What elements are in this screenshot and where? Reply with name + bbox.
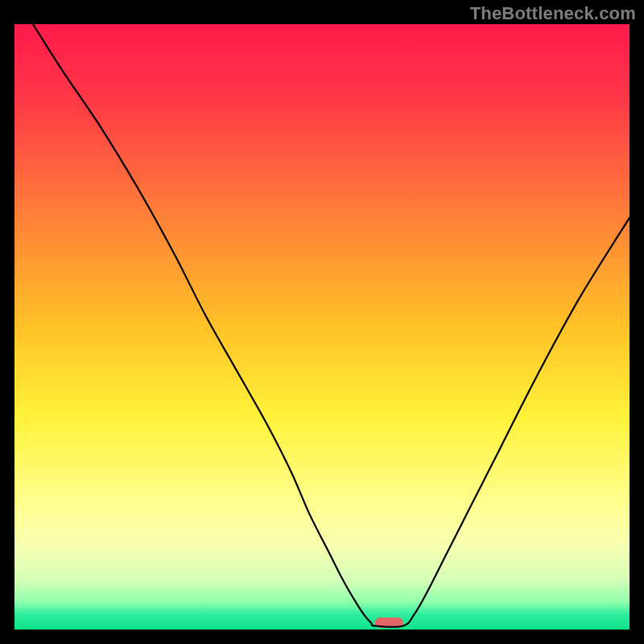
chart-frame: TheBottleneck.com [0,0,644,644]
watermark-text: TheBottleneck.com [470,3,636,24]
plot-area [14,24,630,630]
bottleneck-chart [14,24,630,630]
